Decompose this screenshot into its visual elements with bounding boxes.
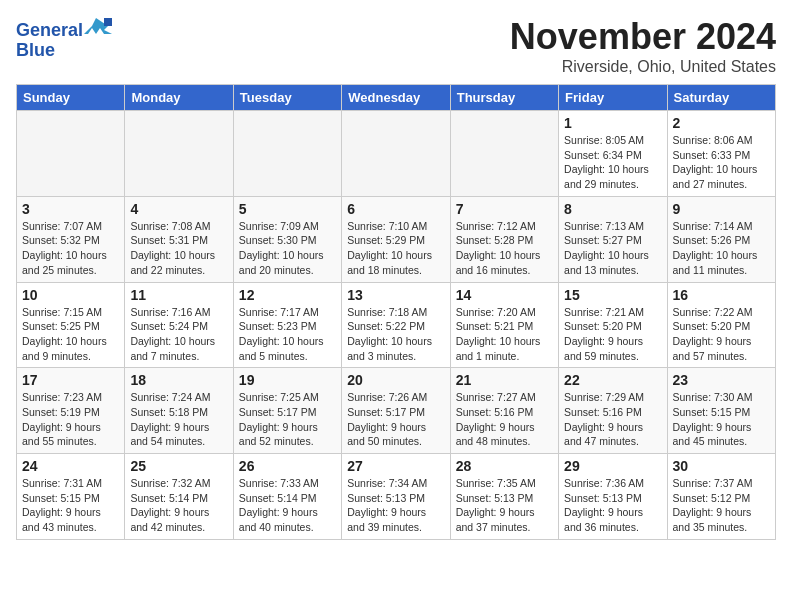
calendar-cell: 3Sunrise: 7:07 AM Sunset: 5:32 PM Daylig… — [17, 196, 125, 282]
day-number: 11 — [130, 287, 227, 303]
day-number: 9 — [673, 201, 770, 217]
weekday-header-row: SundayMondayTuesdayWednesdayThursdayFrid… — [17, 85, 776, 111]
day-info: Sunrise: 7:36 AM Sunset: 5:13 PM Dayligh… — [564, 476, 661, 535]
calendar-cell: 13Sunrise: 7:18 AM Sunset: 5:22 PM Dayli… — [342, 282, 450, 368]
day-number: 5 — [239, 201, 336, 217]
day-info: Sunrise: 7:13 AM Sunset: 5:27 PM Dayligh… — [564, 219, 661, 278]
calendar-cell — [342, 111, 450, 197]
day-info: Sunrise: 7:37 AM Sunset: 5:12 PM Dayligh… — [673, 476, 770, 535]
page-header: GeneralBlue November 2024 Riverside, Ohi… — [16, 16, 776, 76]
day-number: 17 — [22, 372, 119, 388]
day-info: Sunrise: 7:24 AM Sunset: 5:18 PM Dayligh… — [130, 390, 227, 449]
calendar-week-3: 10Sunrise: 7:15 AM Sunset: 5:25 PM Dayli… — [17, 282, 776, 368]
calendar-cell: 9Sunrise: 7:14 AM Sunset: 5:26 PM Daylig… — [667, 196, 775, 282]
calendar-cell: 7Sunrise: 7:12 AM Sunset: 5:28 PM Daylig… — [450, 196, 558, 282]
weekday-header-thursday: Thursday — [450, 85, 558, 111]
day-number: 12 — [239, 287, 336, 303]
day-info: Sunrise: 7:17 AM Sunset: 5:23 PM Dayligh… — [239, 305, 336, 364]
location-subtitle: Riverside, Ohio, United States — [510, 58, 776, 76]
day-number: 22 — [564, 372, 661, 388]
calendar-cell: 10Sunrise: 7:15 AM Sunset: 5:25 PM Dayli… — [17, 282, 125, 368]
title-area: November 2024 Riverside, Ohio, United St… — [510, 16, 776, 76]
day-number: 10 — [22, 287, 119, 303]
calendar-cell: 4Sunrise: 7:08 AM Sunset: 5:31 PM Daylig… — [125, 196, 233, 282]
day-number: 25 — [130, 458, 227, 474]
weekday-header-tuesday: Tuesday — [233, 85, 341, 111]
day-info: Sunrise: 7:32 AM Sunset: 5:14 PM Dayligh… — [130, 476, 227, 535]
calendar-cell — [125, 111, 233, 197]
calendar-cell: 16Sunrise: 7:22 AM Sunset: 5:20 PM Dayli… — [667, 282, 775, 368]
calendar-week-4: 17Sunrise: 7:23 AM Sunset: 5:19 PM Dayli… — [17, 368, 776, 454]
month-title: November 2024 — [510, 16, 776, 58]
day-info: Sunrise: 8:06 AM Sunset: 6:33 PM Dayligh… — [673, 133, 770, 192]
day-info: Sunrise: 7:27 AM Sunset: 5:16 PM Dayligh… — [456, 390, 553, 449]
day-info: Sunrise: 7:33 AM Sunset: 5:14 PM Dayligh… — [239, 476, 336, 535]
calendar-cell: 26Sunrise: 7:33 AM Sunset: 5:14 PM Dayli… — [233, 454, 341, 540]
logo-svg: GeneralBlue — [16, 16, 126, 62]
weekday-header-monday: Monday — [125, 85, 233, 111]
day-number: 30 — [673, 458, 770, 474]
calendar-cell: 30Sunrise: 7:37 AM Sunset: 5:12 PM Dayli… — [667, 454, 775, 540]
calendar-cell: 21Sunrise: 7:27 AM Sunset: 5:16 PM Dayli… — [450, 368, 558, 454]
day-info: Sunrise: 7:25 AM Sunset: 5:17 PM Dayligh… — [239, 390, 336, 449]
calendar-cell: 19Sunrise: 7:25 AM Sunset: 5:17 PM Dayli… — [233, 368, 341, 454]
day-number: 13 — [347, 287, 444, 303]
calendar-cell: 24Sunrise: 7:31 AM Sunset: 5:15 PM Dayli… — [17, 454, 125, 540]
calendar-cell: 22Sunrise: 7:29 AM Sunset: 5:16 PM Dayli… — [559, 368, 667, 454]
day-number: 1 — [564, 115, 661, 131]
calendar-cell: 11Sunrise: 7:16 AM Sunset: 5:24 PM Dayli… — [125, 282, 233, 368]
logo: GeneralBlue — [16, 16, 126, 62]
day-info: Sunrise: 7:21 AM Sunset: 5:20 PM Dayligh… — [564, 305, 661, 364]
calendar-cell — [233, 111, 341, 197]
day-number: 3 — [22, 201, 119, 217]
day-number: 27 — [347, 458, 444, 474]
day-number: 16 — [673, 287, 770, 303]
day-number: 20 — [347, 372, 444, 388]
day-number: 7 — [456, 201, 553, 217]
day-info: Sunrise: 8:05 AM Sunset: 6:34 PM Dayligh… — [564, 133, 661, 192]
calendar-cell: 5Sunrise: 7:09 AM Sunset: 5:30 PM Daylig… — [233, 196, 341, 282]
day-info: Sunrise: 7:14 AM Sunset: 5:26 PM Dayligh… — [673, 219, 770, 278]
day-number: 18 — [130, 372, 227, 388]
day-number: 14 — [456, 287, 553, 303]
calendar-cell: 23Sunrise: 7:30 AM Sunset: 5:15 PM Dayli… — [667, 368, 775, 454]
day-info: Sunrise: 7:18 AM Sunset: 5:22 PM Dayligh… — [347, 305, 444, 364]
day-info: Sunrise: 7:26 AM Sunset: 5:17 PM Dayligh… — [347, 390, 444, 449]
calendar-cell: 28Sunrise: 7:35 AM Sunset: 5:13 PM Dayli… — [450, 454, 558, 540]
calendar-cell: 14Sunrise: 7:20 AM Sunset: 5:21 PM Dayli… — [450, 282, 558, 368]
day-number: 4 — [130, 201, 227, 217]
calendar-table: SundayMondayTuesdayWednesdayThursdayFrid… — [16, 84, 776, 540]
calendar-cell — [450, 111, 558, 197]
calendar-cell: 27Sunrise: 7:34 AM Sunset: 5:13 PM Dayli… — [342, 454, 450, 540]
weekday-header-saturday: Saturday — [667, 85, 775, 111]
calendar-cell: 29Sunrise: 7:36 AM Sunset: 5:13 PM Dayli… — [559, 454, 667, 540]
calendar-week-2: 3Sunrise: 7:07 AM Sunset: 5:32 PM Daylig… — [17, 196, 776, 282]
day-number: 21 — [456, 372, 553, 388]
calendar-cell: 20Sunrise: 7:26 AM Sunset: 5:17 PM Dayli… — [342, 368, 450, 454]
day-info: Sunrise: 7:31 AM Sunset: 5:15 PM Dayligh… — [22, 476, 119, 535]
calendar-week-5: 24Sunrise: 7:31 AM Sunset: 5:15 PM Dayli… — [17, 454, 776, 540]
day-info: Sunrise: 7:08 AM Sunset: 5:31 PM Dayligh… — [130, 219, 227, 278]
calendar-week-1: 1Sunrise: 8:05 AM Sunset: 6:34 PM Daylig… — [17, 111, 776, 197]
day-info: Sunrise: 7:12 AM Sunset: 5:28 PM Dayligh… — [456, 219, 553, 278]
calendar-cell: 18Sunrise: 7:24 AM Sunset: 5:18 PM Dayli… — [125, 368, 233, 454]
day-info: Sunrise: 7:30 AM Sunset: 5:15 PM Dayligh… — [673, 390, 770, 449]
day-info: Sunrise: 7:10 AM Sunset: 5:29 PM Dayligh… — [347, 219, 444, 278]
day-number: 2 — [673, 115, 770, 131]
calendar-cell: 8Sunrise: 7:13 AM Sunset: 5:27 PM Daylig… — [559, 196, 667, 282]
day-info: Sunrise: 7:29 AM Sunset: 5:16 PM Dayligh… — [564, 390, 661, 449]
day-number: 19 — [239, 372, 336, 388]
day-info: Sunrise: 7:20 AM Sunset: 5:21 PM Dayligh… — [456, 305, 553, 364]
day-number: 26 — [239, 458, 336, 474]
calendar-cell: 25Sunrise: 7:32 AM Sunset: 5:14 PM Dayli… — [125, 454, 233, 540]
day-number: 15 — [564, 287, 661, 303]
day-info: Sunrise: 7:23 AM Sunset: 5:19 PM Dayligh… — [22, 390, 119, 449]
weekday-header-friday: Friday — [559, 85, 667, 111]
day-info: Sunrise: 7:16 AM Sunset: 5:24 PM Dayligh… — [130, 305, 227, 364]
day-info: Sunrise: 7:22 AM Sunset: 5:20 PM Dayligh… — [673, 305, 770, 364]
day-info: Sunrise: 7:35 AM Sunset: 5:13 PM Dayligh… — [456, 476, 553, 535]
calendar-cell: 15Sunrise: 7:21 AM Sunset: 5:20 PM Dayli… — [559, 282, 667, 368]
day-info: Sunrise: 7:09 AM Sunset: 5:30 PM Dayligh… — [239, 219, 336, 278]
calendar-cell: 6Sunrise: 7:10 AM Sunset: 5:29 PM Daylig… — [342, 196, 450, 282]
svg-text:Blue: Blue — [16, 40, 55, 60]
